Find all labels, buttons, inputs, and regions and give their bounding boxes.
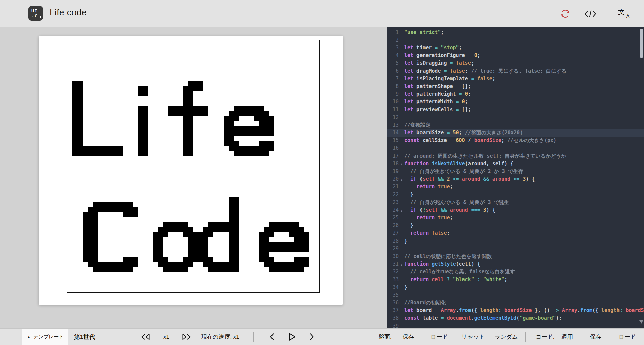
code-line[interactable]: 13//変数設定 [387, 121, 644, 129]
live-cell-run [259, 252, 269, 257]
triangle-up-icon: ▲ [27, 335, 31, 339]
game-board[interactable] [67, 40, 319, 292]
random-board-button[interactable]: ランダム [495, 329, 518, 345]
live-cell-run [269, 267, 304, 272]
chevron-right-icon [309, 333, 314, 341]
code-line[interactable]: 14let boardSize = 50; //盤面の大きさ(20x20) [387, 129, 644, 137]
code-line[interactable]: 3let timer = "stop"; [387, 44, 644, 52]
line-number: 31 [387, 260, 399, 268]
live-cell-run [183, 121, 193, 126]
code-line[interactable]: 19 // 自身が生きている & 周囲が 2 か 3 で生存 [387, 168, 644, 175]
apply-code-button[interactable]: 適用 [561, 329, 573, 345]
live-cell-run [203, 227, 239, 232]
code-toggle-button[interactable] [584, 8, 596, 19]
fold-spacer [399, 83, 404, 90]
code-line[interactable]: 36//Boardの初期化 [387, 299, 644, 307]
code-line-text: let patternHeight = 0; [404, 90, 644, 98]
code-line[interactable]: 10let patternWidth = 0; [387, 98, 644, 106]
code-line[interactable]: 38const table = document.getElementById(… [387, 314, 644, 322]
editor-scrollbar-thumb[interactable] [640, 29, 643, 58]
code-line[interactable]: 16 [387, 144, 644, 152]
code-line[interactable]: 25 return true; [387, 214, 644, 222]
fold-arrow-icon[interactable]: ∨ [399, 206, 404, 214]
code-line[interactable]: 6let dragMode = false; // true: 黒にする, fa… [387, 67, 644, 75]
code-line[interactable]: 4let generationFigure = 0; [387, 52, 644, 59]
code-line[interactable]: 30// cellの状態に応じた色を返す関数 [387, 253, 644, 260]
line-number: 25 [387, 214, 399, 222]
code-line[interactable]: 35 [387, 291, 644, 299]
code-line[interactable]: 7let isPlacingTemplate = false; [387, 75, 644, 83]
live-cell-run [72, 106, 83, 111]
code-line[interactable]: 20∨ if (self && 2 <= around && around <=… [387, 175, 644, 183]
live-cell-run [183, 232, 213, 237]
fold-spacer [399, 75, 404, 83]
live-cell-run [72, 86, 83, 91]
fold-spacer [399, 168, 404, 175]
code-line[interactable]: 37let board = Array.from({ length: board… [387, 307, 644, 314]
code-line-text: let board = Array.from({ length: boardSi… [404, 307, 644, 314]
code-line[interactable]: 11let previewCells = []; [387, 106, 644, 114]
line-number: 29 [387, 245, 399, 253]
live-cell-run [72, 111, 83, 116]
line-number: 37 [387, 307, 399, 314]
code-line[interactable]: 23 // 自身が死んでいる & 周囲が 3 で誕生 [387, 199, 644, 206]
live-cell-run [188, 81, 203, 86]
code-line[interactable]: 32 // cellがtrueなら黒、falseなら白を返す [387, 268, 644, 276]
code-line[interactable]: 9let patternHeight = 0; [387, 90, 644, 98]
line-number: 32 [387, 268, 399, 276]
template-button[interactable]: ▲ テンプレート [22, 329, 68, 345]
save-board-button[interactable]: 保存 [403, 329, 414, 345]
live-cell-run [83, 222, 98, 227]
slow-down-button[interactable] [141, 329, 150, 345]
load-code-button[interactable]: ロード [618, 329, 636, 345]
code-line[interactable]: 28} [387, 237, 644, 245]
line-number: 22 [387, 191, 399, 199]
language-button[interactable]: 文 A [617, 8, 630, 19]
code-line-text: } [404, 191, 644, 199]
code-line[interactable]: 29 [387, 245, 644, 253]
speed-up-button[interactable] [182, 329, 191, 345]
header-bar: UT .C Life code 文 A [0, 0, 644, 27]
fold-arrow-icon[interactable]: ∨ [399, 160, 404, 168]
next-generation-button[interactable] [309, 329, 314, 345]
fold-spacer [399, 59, 404, 67]
fold-spacer [399, 90, 404, 98]
code-line[interactable]: 33 return cell ? "black" : "white"; [387, 276, 644, 284]
code-line[interactable]: 27 return false; [387, 229, 644, 237]
live-cell-run [208, 267, 239, 272]
fold-arrow-icon[interactable]: ∨ [399, 260, 404, 268]
line-number: 36 [387, 299, 399, 307]
line-number: 9 [387, 90, 399, 98]
code-line[interactable]: 5let isDragging = false; [387, 59, 644, 67]
fold-arrow-icon[interactable]: ∨ [399, 175, 404, 183]
save-code-button[interactable]: 保存 [590, 329, 601, 345]
refresh-button[interactable] [559, 8, 572, 19]
code-line[interactable]: 26 } [387, 222, 644, 229]
fold-spacer [399, 106, 404, 114]
code-editor[interactable]: 1"use strict";23let timer = "stop";4let … [387, 27, 644, 328]
live-cell-run [72, 121, 83, 126]
code-line[interactable]: 2 [387, 36, 644, 44]
code-line[interactable]: 17// around: 周囲の生きたセル数 self: 自身が生きているかどう… [387, 152, 644, 160]
fold-spacer [399, 152, 404, 160]
code-line[interactable]: 15const cellSize = 600 / boardSize; //セル… [387, 137, 644, 144]
code-line[interactable]: 21 return true; [387, 183, 644, 191]
code-line[interactable]: 24∨ if (!self && around === 3) { [387, 206, 644, 214]
code-line[interactable]: 22 } [387, 191, 644, 199]
code-line[interactable]: 12 [387, 114, 644, 121]
code-line[interactable]: 39 [387, 322, 644, 328]
live-cell-run [229, 146, 274, 151]
play-button[interactable] [288, 329, 296, 345]
code-line[interactable]: 1"use strict"; [387, 29, 644, 36]
live-cell-run [183, 257, 213, 262]
code-line[interactable]: 34} [387, 284, 644, 291]
current-speed-label: 現在の速度: x1 [201, 329, 239, 345]
code-line[interactable]: 18∨function isNextAlive(around, self) { [387, 160, 644, 168]
prev-generation-button[interactable] [269, 329, 275, 345]
code-line[interactable]: 8let patternShape = []; [387, 83, 644, 90]
reset-board-button[interactable]: リセット [461, 329, 485, 345]
code-line[interactable]: 31∨function getStyle(cell) { [387, 260, 644, 268]
fold-spacer [399, 191, 404, 199]
scroll-down-icon[interactable] [639, 320, 643, 324]
load-board-button[interactable]: ロード [431, 329, 448, 345]
